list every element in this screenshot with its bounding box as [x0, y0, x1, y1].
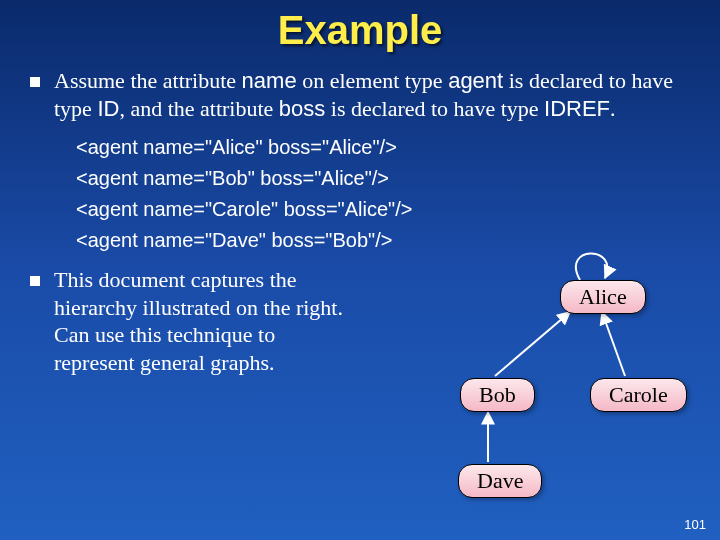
code-line-2: <agent name="Bob" boss="Alice"/> [76, 163, 690, 194]
node-bob: Bob [460, 378, 535, 412]
edge-carole-alice [602, 312, 625, 376]
bullet-marker-icon [30, 77, 40, 87]
bullet-1-text: Assume the attribute name on element typ… [54, 67, 690, 122]
code-line-1: <agent name="Alice" boss="Alice"/> [76, 132, 690, 163]
hierarchy-diagram: Alice Bob Carole Dave [380, 250, 700, 510]
page-number: 101 [684, 517, 706, 532]
slide: Example Assume the attribute name on ele… [0, 0, 720, 540]
code-block: <agent name="Alice" boss="Alice"/> <agen… [76, 132, 690, 256]
bullet-1: Assume the attribute name on element typ… [30, 67, 690, 122]
edge-bob-alice [495, 312, 570, 376]
node-carole: Carole [590, 378, 687, 412]
code-line-3: <agent name="Carole" boss="Alice"/> [76, 194, 690, 225]
bullet-marker-icon [30, 276, 40, 286]
node-alice: Alice [560, 280, 646, 314]
node-dave: Dave [458, 464, 542, 498]
slide-title: Example [30, 8, 690, 53]
bullet-2-text: This document captures the hierarchy ill… [54, 266, 360, 376]
edge-alice-alice [576, 253, 608, 280]
